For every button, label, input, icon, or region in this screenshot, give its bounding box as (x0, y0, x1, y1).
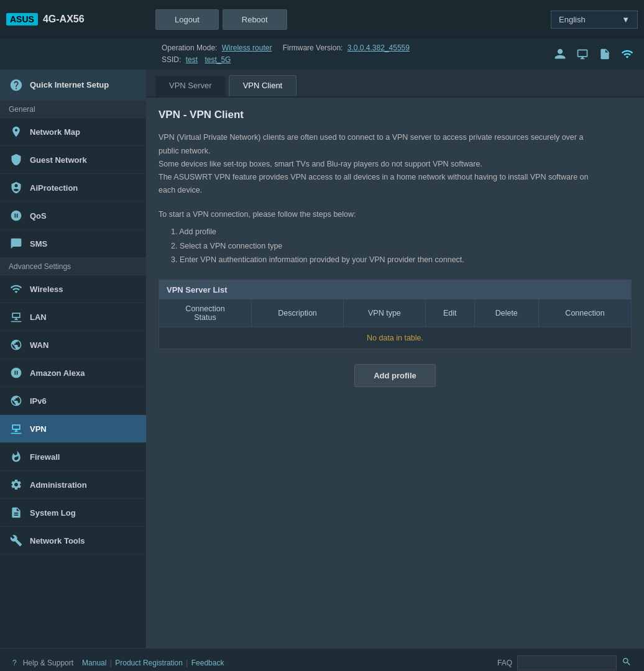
aiprotection-icon (9, 180, 24, 195)
wan-icon (9, 337, 24, 352)
sidebar-label-amazon-alexa: Amazon Alexa (30, 368, 85, 378)
ipv6-icon (9, 393, 24, 408)
desc-line3: Some devices like set-top boxes, smart T… (159, 158, 632, 171)
wireless-icon (9, 281, 24, 296)
footer-links: Manual | Product Registration | Feedback (82, 659, 224, 667)
general-section-label: General (0, 101, 146, 118)
col-connection-status: ConnectionStatus (159, 299, 251, 327)
feedback-link[interactable]: Feedback (191, 659, 224, 667)
network-tools-icon (9, 533, 24, 548)
help-support-label: Help & Support (23, 659, 73, 667)
tab-bar: VPN Server VPN Client (146, 70, 644, 98)
col-delete: Delete (474, 299, 538, 327)
chevron-down-icon: ▼ (622, 15, 630, 24)
info-icons (552, 47, 635, 61)
steps-block: To start a VPN connection, please follow… (159, 208, 632, 267)
qos-icon (9, 208, 24, 223)
firewall-icon (9, 449, 24, 464)
faq-search-input[interactable] (517, 655, 617, 670)
file-icon[interactable] (597, 47, 613, 61)
network-map-icon (9, 124, 24, 139)
sidebar-label-aiprotection: AiProtection (30, 183, 78, 193)
sidebar-label-wireless: Wireless (30, 285, 63, 294)
sidebar-label-vpn: VPN (30, 424, 47, 434)
logo-area: ASUS 4G-AX56 (6, 13, 143, 25)
sidebar-label-system-log: System Log (30, 508, 76, 518)
sidebar-item-firewall[interactable]: Firewall (0, 443, 146, 471)
footer: ? Help & Support Manual | Product Regist… (0, 648, 644, 671)
sidebar-label-firewall: Firewall (30, 452, 60, 462)
asus-logo: ASUS (6, 13, 38, 25)
description-block: VPN (Virtual Private Network) clients ar… (159, 131, 632, 197)
amazon-alexa-icon (9, 365, 24, 380)
quick-internet-setup[interactable]: Quick Internet Setup (0, 70, 146, 101)
nav-buttons: Logout Reboot (143, 9, 551, 30)
desc-line4: The ASUSWRT VPN feature provides VPN acc… (159, 171, 632, 184)
sidebar-item-ipv6[interactable]: IPv6 (0, 387, 146, 415)
op-mode-value[interactable]: Wireless router (222, 43, 272, 52)
tab-vpn-server[interactable]: VPN Server (155, 75, 226, 96)
sidebar-item-administration[interactable]: Administration (0, 471, 146, 499)
sidebar-item-qos[interactable]: QoS (0, 202, 146, 230)
firmware-value[interactable]: 3.0.0.4.382_45559 (347, 43, 410, 52)
sidebar-label-administration: Administration (30, 480, 87, 490)
sidebar-item-aiprotection[interactable]: AiProtection (0, 174, 146, 202)
sms-icon (9, 236, 24, 251)
ssid-value[interactable]: test (186, 55, 198, 64)
top-bar: ASUS 4G-AX56 Logout Reboot English ▼ (0, 0, 644, 39)
desc-line2: public network. (159, 145, 632, 158)
logout-button[interactable]: Logout (155, 9, 219, 30)
footer-left: ? Help & Support Manual | Product Regist… (12, 659, 224, 667)
firmware-label: Firmware Version: (283, 43, 343, 52)
sidebar-item-network-tools[interactable]: Network Tools (0, 527, 146, 555)
col-vpn-type: VPN type (344, 299, 426, 327)
help-icon: ? (12, 659, 17, 667)
system-log-icon (9, 505, 24, 520)
reboot-button[interactable]: Reboot (223, 9, 287, 30)
sidebar-item-vpn[interactable]: VPN (0, 415, 146, 443)
model-name: 4G-AX56 (43, 14, 85, 25)
tab-vpn-client[interactable]: VPN Client (229, 75, 297, 96)
table-row-empty: No data in table. (159, 327, 631, 349)
desc-line5: each device. (159, 184, 632, 197)
sidebar: Quick Internet Setup General Network Map… (0, 70, 146, 648)
no-data-cell: No data in table. (159, 327, 631, 349)
product-registration-link[interactable]: Product Registration (115, 659, 183, 667)
monitor-icon[interactable] (574, 47, 591, 61)
ssid-label: SSID: (162, 55, 181, 64)
sidebar-item-lan[interactable]: LAN (0, 303, 146, 331)
add-profile-button[interactable]: Add profile (354, 364, 436, 387)
language-selector[interactable]: English ▼ (551, 11, 638, 29)
sidebar-label-network-tools: Network Tools (30, 536, 85, 545)
page-title: VPN - VPN Client (159, 109, 632, 121)
quick-setup-icon (9, 78, 24, 93)
sidebar-item-wan[interactable]: WAN (0, 331, 146, 359)
sidebar-item-network-map[interactable]: Network Map (0, 118, 146, 146)
signal-icon[interactable] (619, 47, 635, 61)
sidebar-label-lan: LAN (30, 313, 47, 322)
steps-intro: To start a VPN connection, please follow… (159, 208, 632, 222)
content-area: VPN Server VPN Client VPN - VPN Client V… (146, 70, 644, 648)
sidebar-label-ipv6: IPv6 (30, 396, 47, 406)
faq-label: FAQ (497, 659, 512, 667)
quick-setup-label: Quick Internet Setup (30, 80, 109, 91)
sidebar-label-network-map: Network Map (30, 127, 80, 137)
sidebar-label-wan: WAN (30, 340, 48, 350)
op-mode-label: Operation Mode: (162, 43, 217, 52)
user-icon[interactable] (552, 47, 568, 61)
sidebar-item-wireless[interactable]: Wireless (0, 275, 146, 303)
sidebar-item-sms[interactable]: SMS (0, 230, 146, 258)
step-3: 3. Enter VPN authentication information … (171, 253, 632, 267)
manual-link[interactable]: Manual (82, 659, 106, 667)
col-connection: Connection (538, 299, 631, 327)
sidebar-item-guest-network[interactable]: Guest Network (0, 146, 146, 174)
vpn-table-header: VPN Server List (159, 280, 631, 299)
language-label: English (559, 15, 586, 24)
search-icon[interactable] (622, 657, 632, 669)
sidebar-item-system-log[interactable]: System Log (0, 499, 146, 527)
desc-line1: VPN (Virtual Private Network) clients ar… (159, 131, 632, 144)
sidebar-label-qos: QoS (30, 211, 47, 221)
ssid-5g-value[interactable]: test_5G (205, 55, 231, 64)
step-2: 2. Select a VPN connection type (171, 239, 632, 253)
sidebar-item-amazon-alexa[interactable]: Amazon Alexa (0, 359, 146, 387)
